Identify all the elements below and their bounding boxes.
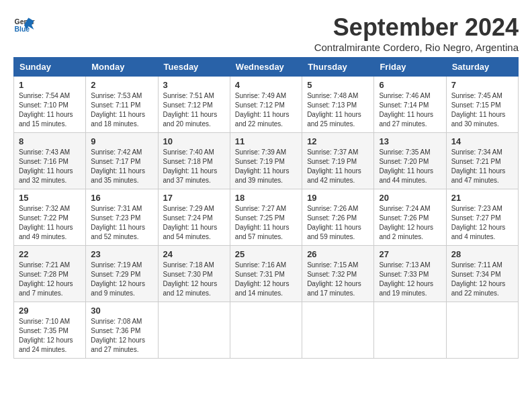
day-info: Sunrise: 7:13 AMSunset: 7:33 PMDaylight:… bbox=[379, 261, 441, 298]
week-row-5: 29Sunrise: 7:10 AMSunset: 7:35 PMDayligh… bbox=[14, 302, 519, 359]
day-info: Sunrise: 7:42 AMSunset: 7:17 PMDaylight:… bbox=[91, 148, 152, 185]
day-number: 29 bbox=[19, 306, 81, 316]
day-cell-29: 29Sunrise: 7:10 AMSunset: 7:35 PMDayligh… bbox=[14, 302, 86, 359]
day-number: 11 bbox=[235, 136, 297, 146]
day-number: 27 bbox=[379, 249, 441, 259]
day-number: 12 bbox=[307, 136, 369, 146]
day-number: 14 bbox=[451, 136, 513, 146]
day-number: 24 bbox=[163, 249, 225, 259]
day-cell-30: 30Sunrise: 7:08 AMSunset: 7:36 PMDayligh… bbox=[86, 302, 158, 359]
month-title: September 2024 bbox=[314, 13, 519, 42]
day-info: Sunrise: 7:45 AMSunset: 7:15 PMDaylight:… bbox=[451, 91, 513, 129]
day-number: 21 bbox=[451, 193, 513, 203]
day-info: Sunrise: 7:34 AMSunset: 7:21 PMDaylight:… bbox=[451, 148, 513, 185]
day-info: Sunrise: 7:37 AMSunset: 7:19 PMDaylight:… bbox=[307, 148, 369, 185]
day-cell-25: 25Sunrise: 7:16 AMSunset: 7:31 PMDayligh… bbox=[230, 246, 302, 302]
day-cell-19: 19Sunrise: 7:26 AMSunset: 7:26 PMDayligh… bbox=[302, 189, 374, 246]
week-row-4: 22Sunrise: 7:21 AMSunset: 7:28 PMDayligh… bbox=[14, 246, 519, 302]
day-info: Sunrise: 7:32 AMSunset: 7:22 PMDaylight:… bbox=[19, 204, 81, 242]
day-cell-15: 15Sunrise: 7:32 AMSunset: 7:22 PMDayligh… bbox=[14, 189, 86, 246]
day-info: Sunrise: 7:54 AMSunset: 7:10 PMDaylight:… bbox=[19, 91, 81, 129]
day-cell-18: 18Sunrise: 7:27 AMSunset: 7:25 PMDayligh… bbox=[230, 189, 302, 246]
day-info: Sunrise: 7:40 AMSunset: 7:18 PMDaylight:… bbox=[163, 148, 225, 185]
location-subtitle: Contralmirante Cordero, Rio Negro, Argen… bbox=[314, 42, 519, 53]
day-cell-1: 1Sunrise: 7:54 AMSunset: 7:10 PMDaylight… bbox=[14, 77, 86, 133]
day-info: Sunrise: 7:35 AMSunset: 7:20 PMDaylight:… bbox=[379, 148, 441, 185]
header-tuesday: Tuesday bbox=[158, 58, 230, 77]
day-info: Sunrise: 7:49 AMSunset: 7:12 PMDaylight:… bbox=[235, 91, 297, 129]
header-saturday: Saturday bbox=[446, 58, 518, 77]
day-number: 18 bbox=[235, 193, 297, 203]
day-number: 3 bbox=[163, 80, 225, 90]
day-info: Sunrise: 7:26 AMSunset: 7:26 PMDaylight:… bbox=[307, 204, 369, 242]
day-cell-12: 12Sunrise: 7:37 AMSunset: 7:19 PMDayligh… bbox=[302, 133, 374, 189]
day-info: Sunrise: 7:11 AMSunset: 7:34 PMDaylight:… bbox=[451, 261, 513, 298]
day-number: 30 bbox=[91, 306, 152, 316]
week-row-3: 15Sunrise: 7:32 AMSunset: 7:22 PMDayligh… bbox=[14, 189, 519, 246]
day-cell-8: 8Sunrise: 7:43 AMSunset: 7:16 PMDaylight… bbox=[14, 133, 86, 189]
day-cell-20: 20Sunrise: 7:24 AMSunset: 7:26 PMDayligh… bbox=[374, 189, 446, 246]
day-info: Sunrise: 7:18 AMSunset: 7:30 PMDaylight:… bbox=[163, 261, 225, 298]
day-info: Sunrise: 7:19 AMSunset: 7:29 PMDaylight:… bbox=[91, 261, 152, 298]
day-cell-10: 10Sunrise: 7:40 AMSunset: 7:18 PMDayligh… bbox=[158, 133, 230, 189]
week-row-2: 8Sunrise: 7:43 AMSunset: 7:16 PMDaylight… bbox=[14, 133, 519, 189]
day-info: Sunrise: 7:15 AMSunset: 7:32 PMDaylight:… bbox=[307, 261, 369, 298]
day-number: 8 bbox=[19, 136, 81, 146]
day-cell-16: 16Sunrise: 7:31 AMSunset: 7:23 PMDayligh… bbox=[86, 189, 158, 246]
week-row-1: 1Sunrise: 7:54 AMSunset: 7:10 PMDaylight… bbox=[14, 77, 519, 133]
day-number: 16 bbox=[91, 193, 152, 203]
day-cell-21: 21Sunrise: 7:23 AMSunset: 7:27 PMDayligh… bbox=[446, 189, 518, 246]
day-cell-23: 23Sunrise: 7:19 AMSunset: 7:29 PMDayligh… bbox=[86, 246, 158, 302]
day-cell-6: 6Sunrise: 7:46 AMSunset: 7:14 PMDaylight… bbox=[374, 77, 446, 133]
weekday-header-row: Sunday Monday Tuesday Wednesday Thursday… bbox=[14, 58, 519, 77]
day-number: 28 bbox=[451, 249, 513, 259]
day-info: Sunrise: 7:08 AMSunset: 7:36 PMDaylight:… bbox=[91, 317, 152, 355]
day-number: 19 bbox=[307, 193, 369, 203]
day-number: 23 bbox=[91, 249, 152, 259]
day-cell-28: 28Sunrise: 7:11 AMSunset: 7:34 PMDayligh… bbox=[446, 246, 518, 302]
calendar-table: Sunday Monday Tuesday Wednesday Thursday… bbox=[13, 57, 519, 359]
day-number: 4 bbox=[235, 80, 297, 90]
day-info: Sunrise: 7:46 AMSunset: 7:14 PMDaylight:… bbox=[379, 91, 441, 129]
day-number: 26 bbox=[307, 249, 369, 259]
day-cell-3: 3Sunrise: 7:51 AMSunset: 7:12 PMDaylight… bbox=[158, 77, 230, 133]
day-cell-17: 17Sunrise: 7:29 AMSunset: 7:24 PMDayligh… bbox=[158, 189, 230, 246]
header-sunday: Sunday bbox=[14, 58, 86, 77]
header-wednesday: Wednesday bbox=[230, 58, 302, 77]
day-info: Sunrise: 7:51 AMSunset: 7:12 PMDaylight:… bbox=[163, 91, 225, 129]
day-cell-9: 9Sunrise: 7:42 AMSunset: 7:17 PMDaylight… bbox=[86, 133, 158, 189]
day-cell-26: 26Sunrise: 7:15 AMSunset: 7:32 PMDayligh… bbox=[302, 246, 374, 302]
logo: General Blue bbox=[13, 13, 38, 35]
day-number: 9 bbox=[91, 136, 152, 146]
title-block: September 2024 Contralmirante Cordero, R… bbox=[314, 13, 519, 53]
empty-cell bbox=[446, 302, 518, 359]
day-cell-27: 27Sunrise: 7:13 AMSunset: 7:33 PMDayligh… bbox=[374, 246, 446, 302]
day-number: 6 bbox=[379, 80, 441, 90]
day-info: Sunrise: 7:29 AMSunset: 7:24 PMDaylight:… bbox=[163, 204, 225, 242]
day-cell-24: 24Sunrise: 7:18 AMSunset: 7:30 PMDayligh… bbox=[158, 246, 230, 302]
empty-cell bbox=[302, 302, 374, 359]
day-info: Sunrise: 7:23 AMSunset: 7:27 PMDaylight:… bbox=[451, 204, 513, 242]
day-number: 7 bbox=[451, 80, 513, 90]
day-info: Sunrise: 7:27 AMSunset: 7:25 PMDaylight:… bbox=[235, 204, 297, 242]
day-cell-2: 2Sunrise: 7:53 AMSunset: 7:11 PMDaylight… bbox=[86, 77, 158, 133]
day-info: Sunrise: 7:16 AMSunset: 7:31 PMDaylight:… bbox=[235, 261, 297, 298]
day-cell-7: 7Sunrise: 7:45 AMSunset: 7:15 PMDaylight… bbox=[446, 77, 518, 133]
day-number: 2 bbox=[91, 80, 152, 90]
day-cell-22: 22Sunrise: 7:21 AMSunset: 7:28 PMDayligh… bbox=[14, 246, 86, 302]
day-cell-4: 4Sunrise: 7:49 AMSunset: 7:12 PMDaylight… bbox=[230, 77, 302, 133]
header-friday: Friday bbox=[374, 58, 446, 77]
day-number: 5 bbox=[307, 80, 369, 90]
day-info: Sunrise: 7:53 AMSunset: 7:11 PMDaylight:… bbox=[91, 91, 152, 129]
day-cell-5: 5Sunrise: 7:48 AMSunset: 7:13 PMDaylight… bbox=[302, 77, 374, 133]
logo-icon: General Blue bbox=[13, 13, 35, 35]
day-info: Sunrise: 7:10 AMSunset: 7:35 PMDaylight:… bbox=[19, 317, 81, 355]
page-header: General Blue September 2024 Contralmiran… bbox=[13, 13, 519, 53]
day-info: Sunrise: 7:31 AMSunset: 7:23 PMDaylight:… bbox=[91, 204, 152, 242]
day-number: 25 bbox=[235, 249, 297, 259]
header-thursday: Thursday bbox=[302, 58, 374, 77]
day-info: Sunrise: 7:24 AMSunset: 7:26 PMDaylight:… bbox=[379, 204, 441, 242]
day-number: 17 bbox=[163, 193, 225, 203]
day-cell-11: 11Sunrise: 7:39 AMSunset: 7:19 PMDayligh… bbox=[230, 133, 302, 189]
day-info: Sunrise: 7:21 AMSunset: 7:28 PMDaylight:… bbox=[19, 261, 81, 298]
